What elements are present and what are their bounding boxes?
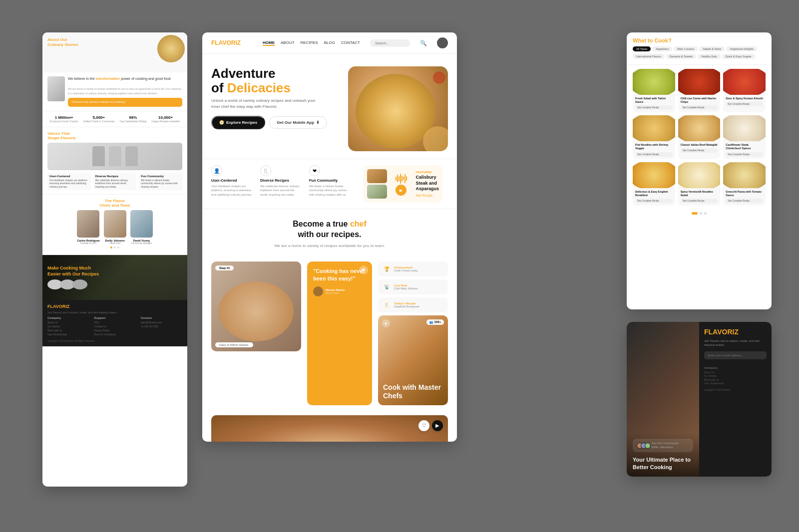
rb-footer-link-3[interactable]: Work with Us bbox=[704, 378, 767, 381]
rt-title-2: Cook? bbox=[654, 37, 671, 43]
ach-value-3: Spaghetti Bolognese bbox=[394, 305, 419, 308]
featured-card: ▶ FEATURED Calisbury Steak and Asparagus… bbox=[363, 165, 443, 203]
value-card-desc-1: Our feedback shapes our platform ensurin… bbox=[49, 179, 89, 189]
footer-link-2[interactable]: Our Stories bbox=[47, 325, 89, 328]
stat-num-2: 5,000+ bbox=[83, 115, 114, 120]
email-input[interactable] bbox=[704, 351, 767, 359]
play-button[interactable]: ▶ bbox=[432, 420, 443, 431]
team-member-1: Carlos Rodriguez Founder & CEO bbox=[77, 210, 100, 245]
achievement-1: 🏆 Achievement Cook 3 foods today bbox=[378, 262, 448, 276]
food-btn-4[interactable]: See Complete Recipe bbox=[635, 152, 673, 157]
filter-healthy[interactable]: Healthy Eats bbox=[698, 54, 720, 59]
stat-num-3: 98% bbox=[120, 115, 147, 120]
filter-all[interactable]: All Types bbox=[633, 46, 651, 51]
join-community-label: Join Our Community bbox=[651, 442, 679, 446]
hero-title-1: About Our bbox=[47, 37, 67, 42]
rb-footer-link-2[interactable]: Our Stories bbox=[704, 374, 767, 377]
mediterranea-section: ♡ ▶ Mediterranea bbox=[202, 410, 457, 442]
food-btn-8[interactable]: See Complete Recipe bbox=[681, 199, 718, 203]
footer-link-4[interactable]: User Testimonials bbox=[47, 333, 89, 336]
food-btn-2[interactable]: See Complete Recipe bbox=[681, 105, 718, 110]
featured-label: FEATURED bbox=[415, 171, 439, 174]
rb-footer-link-1[interactable]: About Us bbox=[704, 371, 767, 374]
values-section: Values That Shape Flavoriz User-Centered… bbox=[42, 127, 187, 195]
footer-link-3[interactable]: Work with Us bbox=[47, 329, 89, 332]
page-dot-2[interactable] bbox=[700, 212, 702, 215]
transformative-section: We believe in the transformative power o… bbox=[42, 72, 187, 111]
food-img-vermicelli bbox=[678, 162, 721, 188]
food-image-7 bbox=[633, 162, 675, 188]
heart-button[interactable]: ♡ bbox=[418, 420, 429, 431]
nav-link-recipes[interactable]: RECIPES bbox=[301, 40, 318, 46]
food-btn-1[interactable]: See Complete Recipe bbox=[635, 105, 673, 110]
values-title: Values That Shape Flavoriz bbox=[47, 131, 182, 140]
food-title-3: Sour & Spicy Korean Kimchi bbox=[723, 95, 766, 101]
heart-icon[interactable]: ❤ bbox=[359, 266, 368, 274]
avatar[interactable] bbox=[437, 37, 448, 48]
author-avatar bbox=[313, 286, 323, 296]
nav-link-blog[interactable]: BLOG bbox=[324, 40, 335, 46]
cta-title-1: Make Cooking Much bbox=[47, 266, 91, 270]
nav-link-about[interactable]: ABOUT bbox=[281, 40, 295, 46]
food-btn-label-4: See Complete Recipe bbox=[637, 153, 659, 156]
author-role: Home Cook bbox=[326, 291, 345, 294]
member-photo-1 bbox=[77, 210, 99, 238]
stat-2: 5,000+ Verified Chefs in Community bbox=[83, 115, 114, 123]
rt-pagination bbox=[627, 210, 772, 217]
footer-link-7[interactable]: Privacy Policy bbox=[94, 329, 135, 332]
mediterranea-image: ♡ ▶ bbox=[211, 415, 448, 442]
rb-footer-link-4[interactable]: User Testimonials bbox=[704, 382, 767, 385]
become-chef-section: Become a true chef with our recipes. We … bbox=[202, 209, 457, 257]
food-btn-6[interactable]: See Complete Recipe bbox=[726, 152, 763, 157]
filter-international[interactable]: International Flavors bbox=[633, 54, 665, 59]
filter-main[interactable]: Main Courses bbox=[674, 46, 698, 51]
footer-brand-2: VORIZ bbox=[56, 304, 70, 309]
team-member-2: Emily Johnson Head Chef bbox=[104, 210, 126, 245]
food-image-5 bbox=[678, 115, 721, 141]
food-image-4 bbox=[633, 115, 675, 141]
nav-link-home[interactable]: HOME bbox=[263, 40, 275, 46]
hero-subtitle: Unlock a world of variety culinary recip… bbox=[211, 98, 321, 110]
master-chef-card: ▶ 👥 100+ Cook with Master Chefs bbox=[378, 315, 448, 405]
values-cards: User-Centered Our feedback shapes our pl… bbox=[47, 173, 182, 190]
filter-quick[interactable]: Quick & Easy Supper bbox=[722, 54, 755, 59]
food-btn-9[interactable]: See Complete Recipe bbox=[726, 199, 763, 203]
filter-vegetarian[interactable]: Vegetarian Delights bbox=[726, 46, 757, 51]
food-btn-3[interactable]: See Complete Recipe bbox=[726, 102, 763, 106]
food-btn-label-2: See Complete Recipe bbox=[683, 106, 705, 109]
footer-link-8[interactable]: Terms & Conditions bbox=[94, 333, 135, 336]
food-btn-5[interactable]: See Complete Recipe bbox=[681, 148, 718, 153]
filter-salads[interactable]: Salads & Sides bbox=[699, 46, 725, 51]
search-input[interactable] bbox=[370, 39, 410, 47]
become-title-1: Become a true bbox=[293, 220, 348, 228]
explore-recipes-button[interactable]: 🧭 Explore Recipes bbox=[211, 116, 265, 129]
footer-link-5[interactable]: FAQ bbox=[94, 321, 135, 324]
footer-link-9[interactable]: hello@flavoriz.com bbox=[141, 321, 182, 324]
footer-link-1[interactable]: About Us bbox=[47, 321, 89, 324]
rb-brand-2: VORIZ bbox=[717, 328, 739, 336]
nav-link-contact[interactable]: CONTACT bbox=[341, 40, 360, 46]
food-img-kimchi bbox=[723, 69, 766, 95]
play-icon[interactable]: ▶ bbox=[382, 319, 390, 327]
footer-link-6[interactable]: Contact Us bbox=[94, 325, 135, 328]
dot-2 bbox=[114, 247, 116, 249]
see-recipe-link[interactable]: See Recipe bbox=[415, 194, 439, 197]
mini-avatar-3 bbox=[645, 443, 651, 449]
filter-desserts[interactable]: Desserts & Sweets bbox=[666, 54, 696, 59]
filter-tags: All Types Appetizers Main Courses Salads… bbox=[633, 46, 766, 51]
search-icon[interactable]: 🔍 bbox=[420, 40, 427, 46]
member-photo-2 bbox=[104, 210, 126, 238]
filter-appetizers[interactable]: Appetizers bbox=[652, 46, 672, 51]
footer-link-10[interactable]: +1 234 567 890 bbox=[141, 325, 182, 328]
hero-title-3: Stories bbox=[64, 42, 78, 47]
footer-col-title-1: Company bbox=[47, 316, 89, 319]
mobile-app-button[interactable]: Get Our Mobile App ⬇ bbox=[269, 116, 327, 129]
food-img-cauliflower bbox=[723, 115, 766, 141]
page-dot-3[interactable] bbox=[704, 212, 707, 215]
play-button[interactable]: ▶ bbox=[396, 185, 406, 196]
page-dot-1[interactable] bbox=[692, 212, 698, 215]
quote-box: "Flavoriz has always helped my cooking." bbox=[68, 98, 182, 107]
become-title-2: chef bbox=[350, 220, 367, 228]
food-card-4: Flat Noodles with Shrimp Veggie See Comp… bbox=[633, 115, 675, 159]
food-btn-7[interactable]: See Complete Recipe bbox=[635, 199, 673, 203]
